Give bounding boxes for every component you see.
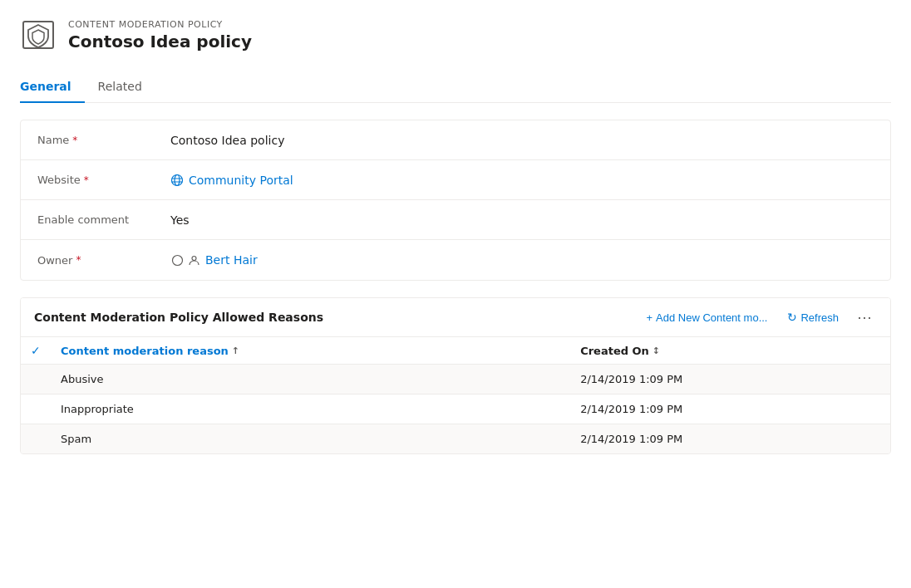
- page-header: CONTENT MODERATION POLICY Contoso Idea p…: [20, 17, 891, 53]
- th-reason[interactable]: Content moderation reason ↑: [51, 337, 570, 365]
- field-enable-comment-value: Yes: [170, 213, 874, 227]
- subgrid-title: Content Moderation Policy Allowed Reason…: [34, 311, 629, 324]
- field-name: Name * Contoso Idea policy: [21, 120, 890, 160]
- refresh-label: Refresh: [800, 311, 839, 324]
- table-row[interactable]: Inappropriate 2/14/2019 1:09 PM: [21, 394, 890, 424]
- sort-both-icon: ↕: [652, 345, 660, 356]
- table-row[interactable]: Spam 2/14/2019 1:09 PM: [21, 424, 890, 454]
- row-check-2[interactable]: [21, 424, 51, 454]
- svg-point-2: [175, 174, 180, 185]
- svg-point-1: [172, 174, 183, 185]
- field-owner-value: Bert Hair: [170, 253, 874, 267]
- header-subtitle: CONTENT MODERATION POLICY: [68, 19, 252, 30]
- header-title: Contoso Idea policy: [68, 32, 252, 51]
- tab-related[interactable]: Related: [98, 73, 155, 103]
- table-row[interactable]: Abusive 2/14/2019 1:09 PM: [21, 365, 890, 394]
- subgrid-actions: + Add New Content mo... ↻ Refresh ⋯: [639, 306, 877, 328]
- owner-link[interactable]: Bert Hair: [205, 253, 258, 267]
- refresh-icon: ↻: [787, 311, 797, 324]
- add-new-button[interactable]: + Add New Content mo...: [639, 308, 774, 327]
- required-star-website: *: [84, 174, 89, 186]
- required-star: *: [72, 135, 77, 146]
- subgrid-table: ✓ Content moderation reason ↑ Created On…: [21, 337, 890, 453]
- plus-icon: +: [646, 311, 652, 324]
- subgrid-header: Content Moderation Policy Allowed Reason…: [21, 298, 890, 337]
- header-text: CONTENT MODERATION POLICY Contoso Idea p…: [68, 19, 252, 51]
- more-options-button[interactable]: ⋯: [852, 306, 877, 328]
- field-name-label: Name *: [37, 134, 170, 146]
- tab-bar: General Related: [20, 73, 891, 103]
- th-reason-label: Content moderation reason: [61, 345, 229, 357]
- user-icon: [187, 253, 200, 267]
- table-header-row: ✓ Content moderation reason ↑ Created On…: [21, 337, 890, 365]
- row-reason-2: Spam: [51, 424, 570, 454]
- field-owner-label: Owner *: [37, 254, 170, 267]
- select-all-header: ✓: [21, 337, 51, 365]
- field-website-value: Community Portal: [170, 174, 874, 187]
- field-website: Website * Community Portal: [21, 160, 890, 200]
- website-link[interactable]: Community Portal: [189, 174, 293, 187]
- field-name-value: Contoso Idea policy: [170, 134, 874, 147]
- field-owner: Owner * Bert Hair: [21, 240, 890, 280]
- subgrid-card: Content Moderation Policy Allowed Reason…: [20, 297, 891, 454]
- policy-icon: [20, 17, 57, 53]
- th-created-on-label: Created On: [580, 345, 649, 357]
- svg-point-5: [172, 255, 182, 265]
- clock-icon: [170, 253, 184, 267]
- add-new-label: Add New Content mo...: [656, 311, 767, 324]
- field-enable-comment: Enable comment Yes: [21, 200, 890, 240]
- field-website-label: Website *: [37, 174, 170, 186]
- refresh-button[interactable]: ↻ Refresh: [781, 307, 845, 327]
- row-check-1[interactable]: [21, 394, 51, 424]
- required-star-owner: *: [76, 254, 81, 266]
- globe-icon: [170, 174, 184, 187]
- svg-point-6: [192, 256, 196, 260]
- th-created-on[interactable]: Created On ↕: [570, 337, 890, 365]
- row-created-on-1: 2/14/2019 1:09 PM: [570, 394, 890, 424]
- field-enable-comment-label: Enable comment: [37, 213, 170, 226]
- header-checkmark: ✓: [31, 344, 41, 357]
- form-card: Name * Contoso Idea policy Website * Com…: [20, 120, 891, 281]
- row-created-on-2: 2/14/2019 1:09 PM: [570, 424, 890, 454]
- row-reason-0: Abusive: [51, 365, 570, 394]
- sort-up-icon: ↑: [232, 345, 239, 356]
- row-reason-1: Inappropriate: [51, 394, 570, 424]
- row-created-on-0: 2/14/2019 1:09 PM: [570, 365, 890, 394]
- row-check-0[interactable]: [21, 365, 51, 394]
- tab-general[interactable]: General: [20, 73, 85, 103]
- owner-icons: [170, 253, 200, 267]
